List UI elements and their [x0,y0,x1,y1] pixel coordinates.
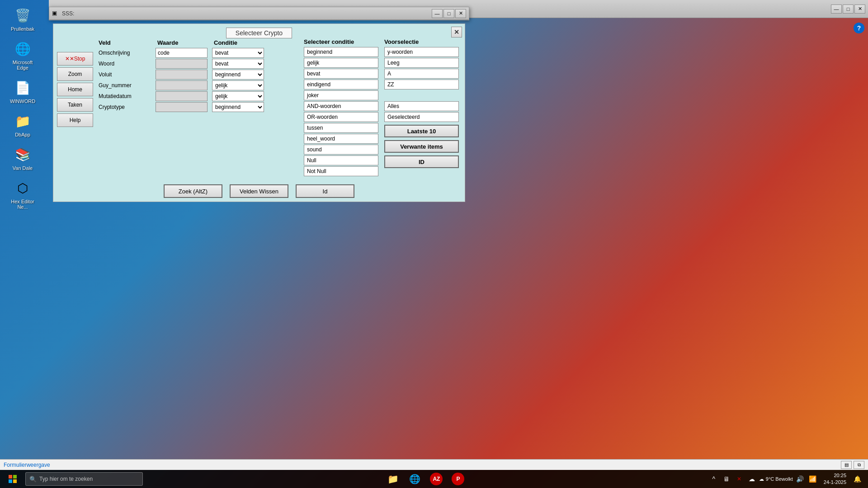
desktop-icon-winword[interactable]: 📄 WINWORD [5,77,41,106]
id-button[interactable]: ID [384,155,459,168]
tray-cloud[interactable]: ☁ [746,474,757,484]
restore-button[interactable]: □ [443,9,454,18]
start-button[interactable] [2,471,24,487]
waarde-mutatiedatum[interactable] [156,91,212,101]
laatste-10-button[interactable]: Laatste 10 [384,125,459,137]
conditie-woord[interactable]: bevat beginnend gelijk [212,59,266,69]
waarde-woord[interactable] [156,59,212,69]
waarde-input-omschrijving[interactable] [156,48,208,58]
cond-joker[interactable]: joker [304,90,378,100]
window-title: SSS: [62,10,432,17]
main-window: ▣ SSS: — □ ✕ ✕ Selecteer Crypto [49,7,469,20]
clock-time: 20:25 [824,472,846,479]
desktop-icon-prullenbak[interactable]: 🗑️ Prullenbak [5,5,41,33]
taskbar-clock[interactable]: 20:25 24-1-2025 [820,472,850,486]
conditie-omschrijving[interactable]: bevat beginnend gelijk eindigend [212,48,266,58]
cond-heel-woord[interactable]: heel_woord [304,134,378,144]
dialog-title: Selecteer Crypto [226,28,292,38]
verwante-items-button[interactable]: Verwante items [384,140,459,153]
cond-bevat[interactable]: bevat [304,69,378,79]
cond-sound[interactable]: sound [304,145,378,155]
edge-label: Microsoft Edge [6,60,39,70]
conditie-select-guy-nummer[interactable]: gelijk bevat beginnend [212,80,264,90]
minimize-button[interactable]: — [432,9,443,18]
tray-network[interactable]: 📶 [807,474,818,484]
conditie-select-woord[interactable]: bevat beginnend gelijk [212,59,264,69]
waarde-guy-nummer[interactable] [156,80,212,90]
desktop-icon-dbapp[interactable]: 📁 DbApp [5,110,41,139]
waarde-input-cryptotype[interactable] [156,102,208,112]
bg-minimize-button[interactable]: — [831,5,842,14]
presel-alles[interactable]: Alles [384,101,459,111]
cond-tussen[interactable]: tussen [304,123,378,133]
voorselectie-title: Voorselectie [384,38,461,45]
desktop-icon-hex-editor[interactable]: ⬡ Hex Editor Ne... [5,177,41,211]
presel-leeg[interactable]: Leeg [384,58,459,68]
bg-maximize-button[interactable]: □ [843,5,854,14]
close-button[interactable]: ✕ [455,9,466,18]
conditie-voluit[interactable]: beginnend bevat gelijk [212,70,266,80]
hex-editor-icon: ⬡ [14,179,32,197]
tray-monitor[interactable]: 🖥 [721,474,732,484]
conditie-select-mutatiedatum[interactable]: gelijk bevat beginnend [212,91,264,101]
van-dale-icon: 📚 [14,145,32,164]
dbapp-icon: 📁 [14,112,32,130]
left-sidebar: ✕ Stop Zoom Home Taken Help [57,38,93,177]
statusbar-btn-2[interactable]: ⧉ [854,461,864,469]
waarde-input-guy-nummer[interactable] [156,80,208,90]
conditie-select-cryptotype[interactable]: beginnend bevat gelijk [212,102,264,112]
desktop: 🗑️ Prullenbak 🌐 Microsoft Edge 📄 WINWORD… [0,0,868,488]
presel-a[interactable]: A [384,69,459,79]
taskbar-edge[interactable]: 🌐 [405,471,425,487]
zoek-button[interactable]: Zoek (AltZ) [164,184,222,198]
id-action-button[interactable]: Id [296,184,354,198]
tray-x-icon: ✕ [734,474,745,484]
bg-close-button[interactable]: ✕ [854,5,865,14]
conditie-mutatiedatum[interactable]: gelijk bevat beginnend [212,91,266,101]
header-waarde: Waarde [156,38,212,47]
conditie-cryptotype[interactable]: beginnend bevat gelijk [212,102,266,112]
waarde-input-mutatiedatum[interactable] [156,91,208,101]
tray-chevron[interactable]: ^ [708,474,719,484]
waarde-cryptotype[interactable] [156,102,212,112]
presel-geselecteerd[interactable]: Geselecteerd [384,112,459,122]
table-row: Cryptotype beginnend bevat gelijk [97,102,300,112]
statusbar-text: Formulierweergave [4,462,50,468]
presel-zz[interactable]: ZZ [384,80,459,89]
cond-not-null[interactable]: Not Null [304,166,378,176]
cond-null[interactable]: Null [304,155,378,165]
tray-speaker[interactable]: 🔊 [795,474,806,484]
waarde-voluit[interactable] [156,70,212,80]
waarde-input-voluit[interactable] [156,70,208,80]
velden-wissen-button[interactable]: Velden Wissen [230,184,288,198]
selecteer-conditie-title: Selecteer conditie [304,38,381,45]
cond-or-woorden[interactable]: OR-woorden [304,112,378,122]
taskbar-search-bar[interactable]: 🔍 Typ hier om te zoeken [25,472,143,486]
tray-notification[interactable]: 🔔 [852,474,863,484]
conditie-select-omschrijving[interactable]: bevat beginnend gelijk eindigend [212,48,264,58]
cond-and-woorden[interactable]: AND-woorden [304,101,378,111]
desktop-icon-van-dale[interactable]: 📚 Van Dale [5,144,41,173]
help-question-button[interactable]: ? [854,23,864,33]
statusbar-btn-1[interactable]: ▤ [841,461,852,469]
help-button[interactable]: Help [57,113,93,127]
waarde-omschrijving[interactable] [156,48,212,58]
cond-eindigend[interactable]: eindigend [304,80,378,89]
dialog-close-button[interactable]: ✕ [451,27,462,38]
svg-rect-0 [9,475,12,479]
taken-button[interactable]: Taken [57,98,93,112]
cond-gelijk[interactable]: gelijk [304,58,378,68]
stop-button[interactable]: ✕ Stop [57,52,93,66]
zoom-button[interactable]: Zoom [57,67,93,81]
desktop-icon-edge[interactable]: 🌐 Microsoft Edge [5,38,41,72]
taskbar-red-icon[interactable]: P [448,471,468,487]
taskbar-az-icon[interactable]: AZ [426,471,446,487]
presel-y-woorden[interactable]: y-woorden [384,47,459,57]
conditie-select-voluit[interactable]: beginnend bevat gelijk [212,70,264,80]
cond-beginnend[interactable]: beginnend [304,47,378,57]
hex-editor-label: Hex Editor Ne... [6,199,39,210]
home-button[interactable]: Home [57,83,93,96]
taskbar-file-explorer[interactable]: 📁 [383,471,403,487]
conditie-guy-nummer[interactable]: gelijk bevat beginnend [212,80,266,90]
waarde-input-woord[interactable] [156,59,208,69]
